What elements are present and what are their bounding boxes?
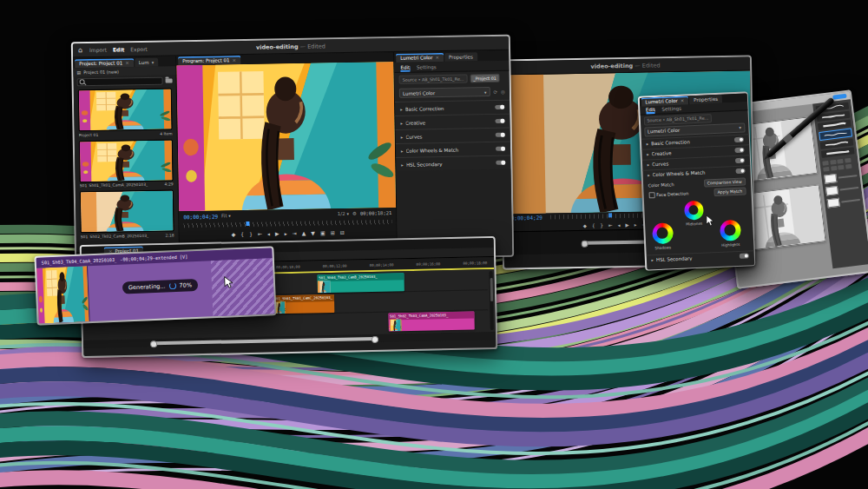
step-back-button[interactable]: ◂	[618, 222, 621, 228]
insert-button[interactable]: ⊞	[331, 230, 335, 235]
play-button[interactable]: ▶	[275, 231, 279, 236]
close-icon[interactable]	[435, 55, 439, 60]
project-item[interactable]: S01_Sh02_Tk02_CamB_20250103_2;18	[80, 189, 174, 238]
menu-import[interactable]: Import	[89, 47, 107, 53]
project-item[interactable]: S01_Sh01_Tk01_CamA_20250103_4;29	[79, 139, 174, 188]
tool-button[interactable]	[845, 163, 852, 169]
ruler-timecode: 00;00;12;00	[323, 263, 347, 268]
close-icon[interactable]	[233, 57, 237, 63]
mouse-cursor	[223, 276, 233, 289]
section-toggle[interactable]	[734, 158, 744, 163]
reset-icon[interactable]: ⟳	[493, 89, 497, 94]
mark-in-button[interactable]: {	[592, 222, 595, 228]
project-item-name: S01_Sh01_Tk01_CamA_20250103_	[80, 182, 148, 188]
mark-in-button[interactable]: {	[240, 231, 244, 236]
section-toggle[interactable]	[735, 169, 745, 174]
tool-button[interactable]	[831, 165, 838, 170]
color-wheel-highlights[interactable]	[719, 219, 740, 241]
vertical-scrollbar[interactable]	[489, 271, 493, 330]
tool-button[interactable]	[837, 159, 844, 164]
bin-icon: ▤	[76, 69, 81, 75]
step-forward-button[interactable]: ▸	[635, 221, 637, 227]
tab-lumetri-scopes[interactable]: Lum	[135, 58, 158, 67]
mark-out-button[interactable]: }	[600, 222, 603, 228]
face-detection-checkbox[interactable]: Face Detection	[648, 190, 688, 198]
timeline-clip[interactable]: S01_Sh04_Tk02_CamB_20250103_	[317, 273, 404, 293]
project-chip[interactable]: _Project 01	[470, 74, 500, 83]
project-item-caption: Project 014 Item	[79, 131, 173, 137]
section-toggle[interactable]	[739, 254, 748, 259]
preset-dropdown[interactable]: Lumetri Color	[399, 87, 490, 98]
close-icon[interactable]	[125, 60, 129, 65]
subtab-edit[interactable]: Edit	[646, 107, 655, 112]
go-to-in-button[interactable]: ⇤	[258, 231, 262, 236]
project-item-caption: S01_Sh02_Tk02_CamB_20250103_2;18	[81, 233, 174, 239]
timeline-clip[interactable]: S01_Sh02_Tk03_CamA_20250103_	[388, 312, 475, 332]
section-toggle[interactable]	[496, 132, 505, 137]
step-back-button[interactable]: ◂	[267, 231, 270, 236]
apply-match-button[interactable]: Apply Match	[713, 187, 746, 196]
subtab-edit[interactable]: Edit	[400, 64, 410, 69]
tab-properties[interactable]: Properties	[444, 52, 477, 62]
color-match-label: Color Match	[648, 182, 674, 188]
section-toggle[interactable]	[734, 148, 744, 153]
tool-button[interactable]	[822, 161, 829, 166]
comparison-view-button[interactable]: Comparison View	[704, 177, 746, 187]
subtab-settings[interactable]: Settings	[417, 64, 437, 69]
playhead[interactable]	[608, 213, 612, 217]
playhead-timecode: 00;00;04;29	[183, 213, 218, 220]
project-item-duration: 4 Item	[160, 131, 173, 135]
premiere-main-window: ⌂ ImportEditExport video-editing — Edite…	[71, 35, 514, 265]
project-item[interactable]: Project 014 Item	[78, 88, 173, 136]
section-toggle[interactable]	[496, 160, 505, 165]
tool-button[interactable]	[830, 160, 837, 165]
add-marker-button[interactable]: ◆	[232, 232, 236, 237]
menu-export[interactable]: Export	[130, 46, 148, 52]
search-input[interactable]	[77, 76, 163, 86]
play-button[interactable]: ▶	[625, 221, 628, 227]
close-icon[interactable]	[681, 97, 685, 102]
layer-thumbnail	[824, 173, 837, 183]
go-to-out-button[interactable]: ⇥	[293, 230, 297, 235]
go-to-in-button[interactable]: ⇤	[608, 222, 613, 228]
section-label: Curves	[405, 132, 496, 139]
menu-edit[interactable]: Edit	[113, 46, 124, 52]
source-chip[interactable]: Source • AB_Sh01_Tk01_Re...	[643, 114, 712, 125]
generating-clip[interactable]: S01_Sh03_Tk04_CamA_20250103_ -00;00;04;2…	[34, 246, 276, 325]
step-forward-button[interactable]: ▸	[285, 231, 287, 236]
export-frame-button[interactable]: ▣	[320, 230, 326, 235]
overwrite-button[interactable]: ⊟	[340, 229, 345, 235]
tool-button[interactable]	[838, 164, 845, 169]
color-wheel-midtones[interactable]	[683, 200, 703, 220]
subtab-settings[interactable]: Settings	[661, 106, 681, 112]
project-item-thumbnail	[80, 189, 174, 233]
generating-region	[211, 258, 274, 316]
ruler-timecode: 00;00;16;00	[417, 261, 441, 267]
eye-icon[interactable]: ◎	[501, 89, 505, 94]
playhead[interactable]	[246, 221, 249, 226]
source-chip[interactable]: Source • AB_Sh01_Tk01_Re...	[399, 74, 468, 83]
new-bin-icon[interactable]	[166, 78, 173, 83]
layer-row[interactable]	[825, 182, 859, 195]
fit-dropdown[interactable]: Fit	[221, 213, 231, 218]
timeline-clip[interactable]: S01_Sh01_Tk01_CamC_20250103_	[272, 294, 334, 314]
section-toggle[interactable]	[495, 118, 504, 123]
section-toggle[interactable]	[495, 104, 504, 109]
mark-out-button[interactable]: }	[249, 231, 253, 236]
lift-button[interactable]: ▲	[302, 230, 306, 235]
tool-button[interactable]	[823, 166, 830, 171]
clip-thumbnail	[317, 281, 330, 293]
tool-button[interactable]	[845, 158, 852, 163]
layer-row[interactable]	[827, 195, 861, 208]
tab-properties[interactable]: Properties	[689, 94, 722, 104]
add-marker-button[interactable]: ◆	[583, 222, 587, 228]
section-toggle[interactable]	[496, 146, 505, 151]
resolution-dropdown[interactable]: 1/2	[338, 211, 349, 216]
layer-thumbnail	[825, 185, 838, 195]
layer-row[interactable]	[824, 171, 858, 184]
extract-button[interactable]: ▼	[311, 230, 315, 235]
search-icon	[80, 79, 85, 84]
settings-wrench-icon[interactable]: ⚙	[352, 211, 357, 216]
section-toggle[interactable]	[733, 137, 743, 142]
color-wheel-shadows[interactable]	[652, 222, 674, 244]
